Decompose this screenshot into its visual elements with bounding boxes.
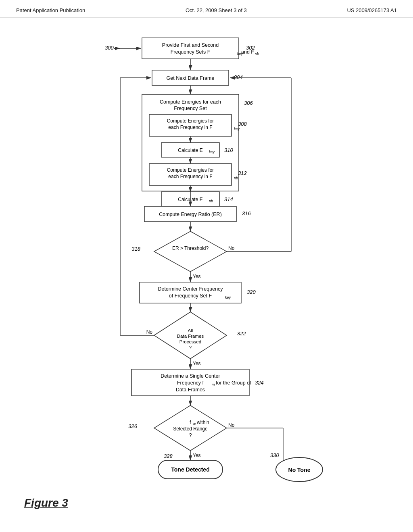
svg-text:Compute Energies for: Compute Energies for	[167, 167, 214, 173]
svg-text:Compute Energy Ratio (ER): Compute Energy Ratio (ER)	[159, 212, 222, 217]
svg-text:within: within	[196, 420, 209, 425]
svg-text:each Frequency in  F: each Frequency in F	[168, 125, 212, 130]
svg-text:Compute Energies for each: Compute Energies for each	[160, 99, 221, 105]
flowchart-svg: Provide First and Second Frequency Sets …	[49, 26, 364, 509]
svg-text:No: No	[228, 422, 235, 428]
svg-text:300: 300	[105, 45, 114, 51]
svg-text:310: 310	[224, 147, 233, 153]
svg-text:Provide First and Second: Provide First and Second	[162, 42, 219, 48]
svg-text:Processed: Processed	[179, 339, 201, 344]
svg-text:328: 328	[164, 453, 173, 459]
svg-text:Calculate E: Calculate E	[178, 148, 202, 153]
svg-marker-47	[154, 231, 227, 272]
svg-text:nb: nb	[255, 52, 259, 56]
svg-rect-1	[142, 38, 239, 59]
svg-text:Compute Energies for: Compute Energies for	[167, 118, 214, 124]
svg-text:Data Frames: Data Frames	[177, 334, 204, 339]
svg-text:320: 320	[247, 289, 256, 295]
svg-text:Tone Detected: Tone Detected	[171, 466, 209, 473]
diagram-area: Provide First and Second Frequency Sets …	[0, 18, 413, 526]
svg-text:308: 308	[238, 121, 247, 127]
svg-text:each Frequency in  F: each Frequency in F	[168, 174, 212, 179]
svg-text:Yes: Yes	[193, 453, 201, 458]
header-center: Oct. 22, 2009 Sheet 3 of 3	[186, 7, 247, 13]
svg-text:314: 314	[224, 196, 233, 202]
svg-text:Yes: Yes	[193, 274, 201, 279]
svg-text:ER > Threshold?: ER > Threshold?	[172, 245, 209, 251]
svg-text:key: key	[225, 295, 231, 299]
svg-text:322: 322	[237, 330, 246, 337]
svg-text:326: 326	[128, 423, 137, 429]
svg-text:324: 324	[255, 380, 264, 386]
svg-text:Frequency f: Frequency f	[177, 380, 204, 386]
svg-text:Frequency Sets F: Frequency Sets F	[171, 49, 211, 55]
svg-text:Frequency Set: Frequency Set	[174, 106, 207, 111]
svg-text:312: 312	[238, 170, 247, 176]
svg-text:Yes: Yes	[193, 361, 201, 366]
svg-text:All: All	[188, 328, 193, 333]
svg-text:key: key	[234, 127, 240, 131]
svg-text:306: 306	[244, 100, 253, 106]
svg-text:key: key	[209, 150, 215, 154]
svg-text:330: 330	[270, 452, 279, 458]
svg-text:304: 304	[234, 74, 243, 80]
svg-text:302: 302	[246, 45, 255, 51]
svg-text:Get Next Data Frame: Get Next Data Frame	[167, 75, 215, 81]
svg-rect-56	[140, 282, 241, 303]
svg-text:Determine a Single Center: Determine a Single Center	[161, 373, 220, 379]
header-left: Patent Application Publication	[16, 7, 85, 13]
page-header: Patent Application Publication Oct. 22, …	[0, 0, 413, 18]
svg-text:Selected Range: Selected Range	[173, 426, 208, 432]
svg-text:No Tone: No Tone	[288, 467, 311, 473]
svg-text:nb: nb	[209, 199, 213, 203]
svg-text:?: ?	[189, 432, 192, 438]
svg-text:No: No	[228, 245, 235, 251]
svg-text:for the Group of: for the Group of	[216, 380, 251, 386]
svg-text:Determine Center Frequency: Determine Center Frequency	[158, 286, 223, 292]
svg-text:Data Frames: Data Frames	[176, 387, 205, 393]
svg-text:No: No	[146, 329, 153, 335]
svg-text:nb: nb	[234, 176, 238, 180]
svg-text:m: m	[212, 382, 215, 387]
header-right: US 2009/0265173 A1	[347, 7, 397, 13]
figure-label: Figure 3	[24, 497, 68, 509]
svg-text:316: 316	[242, 210, 251, 216]
svg-text:of Frequency Set F: of Frequency Set F	[169, 293, 212, 299]
svg-text:m: m	[193, 422, 196, 426]
svg-text:318: 318	[131, 246, 140, 252]
svg-text:?: ?	[189, 345, 192, 350]
